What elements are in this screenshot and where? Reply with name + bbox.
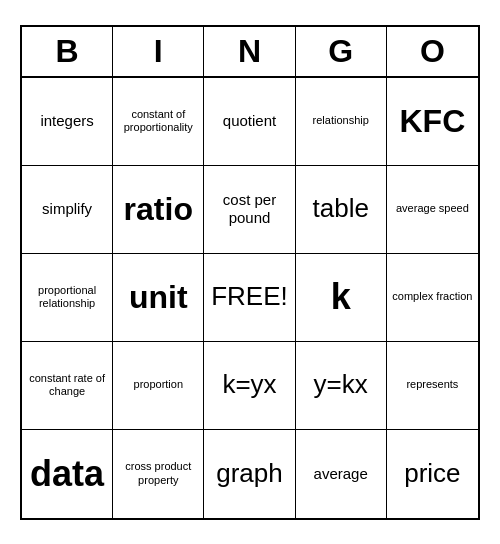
bingo-cell: simplify [22, 166, 113, 254]
bingo-cell: average speed [387, 166, 478, 254]
cell-label: average [314, 465, 368, 483]
bingo-cell: cost per pound [204, 166, 295, 254]
bingo-cell: price [387, 430, 478, 518]
cell-label: constant rate of change [26, 372, 108, 398]
bingo-cell: KFC [387, 78, 478, 166]
cell-label: proportion [134, 378, 184, 391]
header-letter: O [387, 27, 478, 76]
cell-label: average speed [396, 202, 469, 215]
bingo-cell: FREE! [204, 254, 295, 342]
cell-label: simplify [42, 200, 92, 218]
bingo-cell: table [296, 166, 387, 254]
bingo-cell: quotient [204, 78, 295, 166]
bingo-cell: unit [113, 254, 204, 342]
cell-label: cross product property [117, 460, 199, 486]
cell-label: y=kx [314, 369, 368, 400]
bingo-cell: cross product property [113, 430, 204, 518]
cell-label: cost per pound [208, 191, 290, 227]
cell-label: quotient [223, 112, 276, 130]
cell-label: complex fraction [392, 290, 472, 303]
header-letter: I [113, 27, 204, 76]
bingo-cell: k [296, 254, 387, 342]
bingo-cell: integers [22, 78, 113, 166]
bingo-cell: relationship [296, 78, 387, 166]
cell-label: graph [216, 458, 283, 489]
cell-label: table [313, 193, 369, 224]
cell-label: integers [40, 112, 93, 130]
bingo-header: BINGO [22, 27, 478, 78]
cell-label: KFC [400, 102, 466, 140]
cell-label: data [30, 452, 104, 495]
bingo-cell: complex fraction [387, 254, 478, 342]
bingo-card: BINGO integersconstant of proportionalit… [20, 25, 480, 520]
cell-label: FREE! [211, 281, 288, 312]
bingo-cell: graph [204, 430, 295, 518]
header-letter: B [22, 27, 113, 76]
bingo-cell: constant rate of change [22, 342, 113, 430]
cell-label: k=yx [222, 369, 276, 400]
cell-label: proportional relationship [26, 284, 108, 310]
bingo-cell: represents [387, 342, 478, 430]
cell-label: k [331, 275, 351, 318]
bingo-cell: proportion [113, 342, 204, 430]
header-letter: N [204, 27, 295, 76]
bingo-cell: average [296, 430, 387, 518]
bingo-cell: y=kx [296, 342, 387, 430]
header-letter: G [296, 27, 387, 76]
bingo-cell: ratio [113, 166, 204, 254]
bingo-cell: k=yx [204, 342, 295, 430]
cell-label: represents [406, 378, 458, 391]
cell-label: constant of proportionality [117, 108, 199, 134]
bingo-cell: proportional relationship [22, 254, 113, 342]
bingo-grid: integersconstant of proportionalityquoti… [22, 78, 478, 518]
cell-label: relationship [313, 114, 369, 127]
bingo-cell: data [22, 430, 113, 518]
bingo-cell: constant of proportionality [113, 78, 204, 166]
cell-label: price [404, 458, 460, 489]
cell-label: unit [129, 278, 188, 316]
cell-label: ratio [124, 190, 193, 228]
